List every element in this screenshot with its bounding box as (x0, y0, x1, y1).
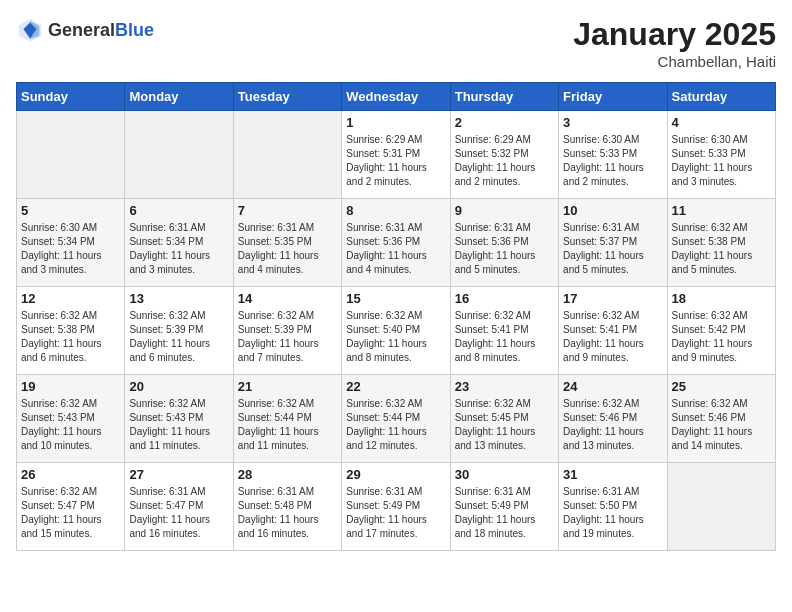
day-number: 30 (455, 467, 554, 482)
day-info: Sunrise: 6:32 AM Sunset: 5:44 PM Dayligh… (346, 397, 445, 453)
calendar-header-row: SundayMondayTuesdayWednesdayThursdayFrid… (17, 83, 776, 111)
title-block: January 2025 Chambellan, Haiti (573, 16, 776, 70)
calendar-day-cell: 29Sunrise: 6:31 AM Sunset: 5:49 PM Dayli… (342, 463, 450, 551)
day-number: 24 (563, 379, 662, 394)
day-number: 17 (563, 291, 662, 306)
page-header: GeneralBlue January 2025 Chambellan, Hai… (16, 16, 776, 70)
calendar-day-cell: 23Sunrise: 6:32 AM Sunset: 5:45 PM Dayli… (450, 375, 558, 463)
day-number: 6 (129, 203, 228, 218)
calendar-day-cell: 30Sunrise: 6:31 AM Sunset: 5:49 PM Dayli… (450, 463, 558, 551)
day-number: 4 (672, 115, 771, 130)
day-info: Sunrise: 6:30 AM Sunset: 5:33 PM Dayligh… (672, 133, 771, 189)
calendar-day-cell: 26Sunrise: 6:32 AM Sunset: 5:47 PM Dayli… (17, 463, 125, 551)
day-info: Sunrise: 6:32 AM Sunset: 5:41 PM Dayligh… (455, 309, 554, 365)
logo-icon (16, 16, 44, 44)
day-number: 3 (563, 115, 662, 130)
calendar-day-cell: 10Sunrise: 6:31 AM Sunset: 5:37 PM Dayli… (559, 199, 667, 287)
day-number: 23 (455, 379, 554, 394)
calendar-day-cell: 31Sunrise: 6:31 AM Sunset: 5:50 PM Dayli… (559, 463, 667, 551)
day-info: Sunrise: 6:32 AM Sunset: 5:39 PM Dayligh… (238, 309, 337, 365)
month-year-title: January 2025 (573, 16, 776, 53)
day-number: 12 (21, 291, 120, 306)
day-info: Sunrise: 6:31 AM Sunset: 5:50 PM Dayligh… (563, 485, 662, 541)
calendar-week-row: 1Sunrise: 6:29 AM Sunset: 5:31 PM Daylig… (17, 111, 776, 199)
calendar-day-cell: 16Sunrise: 6:32 AM Sunset: 5:41 PM Dayli… (450, 287, 558, 375)
day-info: Sunrise: 6:31 AM Sunset: 5:34 PM Dayligh… (129, 221, 228, 277)
day-number: 11 (672, 203, 771, 218)
calendar-day-cell: 3Sunrise: 6:30 AM Sunset: 5:33 PM Daylig… (559, 111, 667, 199)
day-info: Sunrise: 6:31 AM Sunset: 5:35 PM Dayligh… (238, 221, 337, 277)
calendar-week-row: 5Sunrise: 6:30 AM Sunset: 5:34 PM Daylig… (17, 199, 776, 287)
day-number: 16 (455, 291, 554, 306)
day-info: Sunrise: 6:29 AM Sunset: 5:31 PM Dayligh… (346, 133, 445, 189)
day-number: 28 (238, 467, 337, 482)
day-info: Sunrise: 6:32 AM Sunset: 5:41 PM Dayligh… (563, 309, 662, 365)
calendar-day-cell: 1Sunrise: 6:29 AM Sunset: 5:31 PM Daylig… (342, 111, 450, 199)
day-info: Sunrise: 6:31 AM Sunset: 5:37 PM Dayligh… (563, 221, 662, 277)
day-info: Sunrise: 6:32 AM Sunset: 5:44 PM Dayligh… (238, 397, 337, 453)
day-number: 18 (672, 291, 771, 306)
calendar-day-cell (125, 111, 233, 199)
calendar-day-cell: 7Sunrise: 6:31 AM Sunset: 5:35 PM Daylig… (233, 199, 341, 287)
day-number: 2 (455, 115, 554, 130)
calendar-day-cell (233, 111, 341, 199)
calendar-day-cell: 18Sunrise: 6:32 AM Sunset: 5:42 PM Dayli… (667, 287, 775, 375)
calendar-day-cell: 19Sunrise: 6:32 AM Sunset: 5:43 PM Dayli… (17, 375, 125, 463)
day-number: 31 (563, 467, 662, 482)
weekday-header: Monday (125, 83, 233, 111)
day-info: Sunrise: 6:32 AM Sunset: 5:43 PM Dayligh… (129, 397, 228, 453)
calendar-day-cell: 12Sunrise: 6:32 AM Sunset: 5:38 PM Dayli… (17, 287, 125, 375)
day-info: Sunrise: 6:32 AM Sunset: 5:46 PM Dayligh… (563, 397, 662, 453)
calendar-day-cell: 25Sunrise: 6:32 AM Sunset: 5:46 PM Dayli… (667, 375, 775, 463)
day-info: Sunrise: 6:31 AM Sunset: 5:47 PM Dayligh… (129, 485, 228, 541)
calendar-day-cell: 28Sunrise: 6:31 AM Sunset: 5:48 PM Dayli… (233, 463, 341, 551)
calendar-day-cell: 22Sunrise: 6:32 AM Sunset: 5:44 PM Dayli… (342, 375, 450, 463)
day-number: 22 (346, 379, 445, 394)
weekday-header: Tuesday (233, 83, 341, 111)
calendar-week-row: 26Sunrise: 6:32 AM Sunset: 5:47 PM Dayli… (17, 463, 776, 551)
weekday-header: Friday (559, 83, 667, 111)
day-number: 29 (346, 467, 445, 482)
calendar-day-cell: 4Sunrise: 6:30 AM Sunset: 5:33 PM Daylig… (667, 111, 775, 199)
calendar-day-cell: 27Sunrise: 6:31 AM Sunset: 5:47 PM Dayli… (125, 463, 233, 551)
day-number: 27 (129, 467, 228, 482)
day-number: 8 (346, 203, 445, 218)
calendar-day-cell: 13Sunrise: 6:32 AM Sunset: 5:39 PM Dayli… (125, 287, 233, 375)
day-number: 7 (238, 203, 337, 218)
calendar-day-cell: 6Sunrise: 6:31 AM Sunset: 5:34 PM Daylig… (125, 199, 233, 287)
day-info: Sunrise: 6:31 AM Sunset: 5:49 PM Dayligh… (346, 485, 445, 541)
weekday-header: Wednesday (342, 83, 450, 111)
day-info: Sunrise: 6:29 AM Sunset: 5:32 PM Dayligh… (455, 133, 554, 189)
day-number: 9 (455, 203, 554, 218)
calendar-day-cell: 2Sunrise: 6:29 AM Sunset: 5:32 PM Daylig… (450, 111, 558, 199)
day-info: Sunrise: 6:32 AM Sunset: 5:42 PM Dayligh… (672, 309, 771, 365)
day-number: 19 (21, 379, 120, 394)
weekday-header: Saturday (667, 83, 775, 111)
weekday-header: Sunday (17, 83, 125, 111)
location-subtitle: Chambellan, Haiti (573, 53, 776, 70)
day-info: Sunrise: 6:32 AM Sunset: 5:38 PM Dayligh… (672, 221, 771, 277)
day-info: Sunrise: 6:31 AM Sunset: 5:36 PM Dayligh… (455, 221, 554, 277)
day-info: Sunrise: 6:30 AM Sunset: 5:34 PM Dayligh… (21, 221, 120, 277)
calendar-day-cell: 11Sunrise: 6:32 AM Sunset: 5:38 PM Dayli… (667, 199, 775, 287)
day-number: 20 (129, 379, 228, 394)
calendar-day-cell: 8Sunrise: 6:31 AM Sunset: 5:36 PM Daylig… (342, 199, 450, 287)
logo-text: GeneralBlue (48, 20, 154, 41)
day-info: Sunrise: 6:32 AM Sunset: 5:47 PM Dayligh… (21, 485, 120, 541)
day-number: 10 (563, 203, 662, 218)
day-number: 25 (672, 379, 771, 394)
calendar-day-cell: 17Sunrise: 6:32 AM Sunset: 5:41 PM Dayli… (559, 287, 667, 375)
day-info: Sunrise: 6:31 AM Sunset: 5:48 PM Dayligh… (238, 485, 337, 541)
calendar-day-cell (17, 111, 125, 199)
day-number: 5 (21, 203, 120, 218)
calendar-day-cell: 14Sunrise: 6:32 AM Sunset: 5:39 PM Dayli… (233, 287, 341, 375)
day-info: Sunrise: 6:30 AM Sunset: 5:33 PM Dayligh… (563, 133, 662, 189)
logo: GeneralBlue (16, 16, 154, 44)
day-info: Sunrise: 6:31 AM Sunset: 5:36 PM Dayligh… (346, 221, 445, 277)
calendar-day-cell (667, 463, 775, 551)
calendar-week-row: 19Sunrise: 6:32 AM Sunset: 5:43 PM Dayli… (17, 375, 776, 463)
day-info: Sunrise: 6:32 AM Sunset: 5:45 PM Dayligh… (455, 397, 554, 453)
day-number: 15 (346, 291, 445, 306)
day-number: 21 (238, 379, 337, 394)
day-info: Sunrise: 6:32 AM Sunset: 5:46 PM Dayligh… (672, 397, 771, 453)
